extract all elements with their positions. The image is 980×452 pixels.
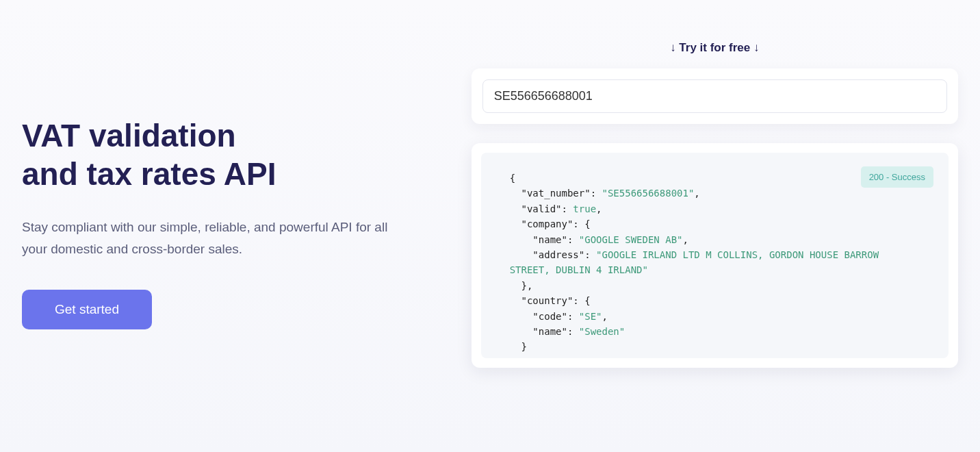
try-it-label: ↓ Try it for free ↓	[670, 41, 759, 55]
hero-container: VAT validation and tax rates API Stay co…	[0, 0, 980, 452]
demo-panel: ↓ Try it for free ↓ 200 - Success { "vat…	[472, 41, 958, 425]
response-scroll-area[interactable]: 200 - Success { "vat_number": "SE5566566…	[481, 153, 949, 358]
hero-subtitle: Stay compliant with our simple, reliable…	[22, 216, 405, 260]
hero-headline-line1: VAT validation	[22, 118, 236, 153]
get-started-button[interactable]: Get started	[22, 290, 152, 329]
hero-headline: VAT validation and tax rates API	[22, 116, 472, 193]
response-card: 200 - Success { "vat_number": "SE5566566…	[472, 143, 958, 368]
vat-input-card	[472, 68, 958, 124]
hero-headline-line2: and tax rates API	[22, 156, 276, 192]
hero-left: VAT validation and tax rates API Stay co…	[22, 41, 472, 425]
vat-number-input[interactable]	[482, 79, 947, 113]
response-json: { "vat_number": "SE556656688001", "valid…	[510, 171, 920, 358]
status-badge: 200 - Success	[861, 166, 933, 188]
